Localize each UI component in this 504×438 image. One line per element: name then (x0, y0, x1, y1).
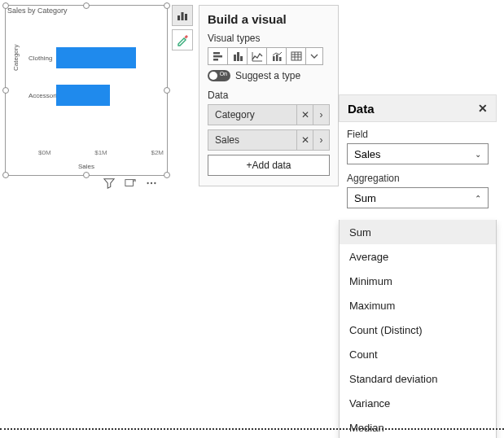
remove-field-icon[interactable]: ✕ (296, 105, 313, 125)
aggregation-option-sum[interactable]: Sum (340, 220, 496, 244)
aggregation-option-stddev[interactable]: Standard deviation (340, 366, 496, 391)
field-pill-label: Category (208, 109, 296, 120)
resize-handle-ml[interactable] (2, 87, 9, 94)
more-visual-types-button[interactable] (305, 47, 323, 65)
data-flyout-title: Data (348, 102, 375, 116)
bar (56, 85, 110, 106)
visual-toolbar (103, 177, 158, 190)
resize-handle-tm[interactable] (83, 2, 90, 9)
bar (56, 47, 136, 68)
svg-point-1 (147, 182, 148, 184)
x-tick: $1M (94, 149, 107, 159)
svg-rect-8 (213, 55, 222, 58)
data-flyout-panel: Data ✕ Field Sales ⌄ Aggregation Sum ⌄ S… (339, 94, 497, 438)
aggregation-option-count-distinct[interactable]: Count (Distinct) (340, 318, 496, 342)
svg-rect-0 (125, 180, 134, 186)
svg-rect-12 (240, 56, 243, 61)
build-visual-tab[interactable] (172, 5, 193, 26)
svg-rect-5 (182, 12, 184, 20)
data-section-label: Data (208, 90, 330, 101)
svg-rect-4 (177, 15, 180, 20)
resize-handle-mr[interactable] (164, 87, 170, 94)
field-select[interactable]: Sales ⌄ (347, 143, 489, 164)
data-flyout-header: Data ✕ (339, 94, 497, 122)
visual-pane-tabs (172, 5, 193, 54)
resize-handle-tl[interactable] (2, 2, 9, 9)
aggregation-select-value: Sum (354, 192, 376, 204)
suggest-type-label: Suggest a type (235, 70, 300, 81)
svg-rect-13 (273, 56, 275, 61)
field-select-value: Sales (354, 148, 381, 160)
stacked-bar-icon[interactable] (208, 47, 227, 65)
clustered-column-icon[interactable] (227, 47, 247, 65)
svg-point-3 (154, 182, 156, 184)
visual-type-picker (208, 47, 330, 65)
svg-rect-11 (237, 52, 239, 61)
svg-rect-6 (185, 14, 187, 20)
bar-label: Clothing (28, 55, 56, 62)
svg-rect-10 (234, 55, 236, 61)
x-axis-ticks: $0M $1M $2M (38, 149, 164, 159)
field-label: Field (347, 129, 489, 140)
aggregation-dropdown: Sum Average Minimum Maximum Count (Disti… (339, 220, 497, 438)
field-pill-sales[interactable]: Sales ✕ › (208, 129, 330, 151)
svg-rect-7 (213, 52, 220, 55)
aggregation-option-minimum[interactable]: Minimum (340, 269, 496, 293)
chart-visual[interactable]: Sales by Category Category Clothing Acce… (5, 5, 168, 176)
resize-handle-bl[interactable] (2, 172, 9, 178)
format-visual-tab[interactable] (172, 29, 193, 50)
aggregation-option-median[interactable]: Median (340, 415, 496, 438)
svg-rect-15 (279, 57, 282, 61)
table-icon[interactable] (286, 47, 305, 65)
aggregation-label: Aggregation (347, 173, 489, 184)
field-pill-category[interactable]: Category ✕ › (208, 104, 330, 125)
field-options-icon[interactable]: › (313, 105, 329, 125)
x-tick: $2M (151, 149, 164, 159)
panel-title: Build a visual (208, 12, 330, 26)
focus-mode-icon[interactable] (124, 177, 137, 190)
field-options-icon[interactable]: › (313, 130, 329, 150)
page-boundary (0, 428, 504, 430)
resize-handle-bm[interactable] (83, 172, 90, 178)
resize-handle-br[interactable] (164, 172, 170, 178)
close-icon[interactable]: ✕ (478, 102, 488, 115)
aggregation-option-variance[interactable]: Variance (340, 391, 496, 415)
aggregation-option-maximum[interactable]: Maximum (340, 293, 496, 318)
svg-rect-14 (276, 55, 278, 61)
bar-label: Accessories (28, 92, 56, 99)
visual-types-label: Visual types (208, 33, 330, 44)
build-visual-panel: Build a visual Visual types On Suggest a… (199, 5, 339, 186)
field-pill-label: Sales (208, 134, 296, 146)
more-options-icon[interactable] (145, 177, 158, 190)
suggest-type-toggle[interactable]: On (208, 70, 230, 81)
remove-field-icon[interactable]: ✕ (296, 130, 313, 150)
chevron-down-icon: ⌄ (475, 150, 481, 159)
aggregation-option-count[interactable]: Count (340, 342, 496, 366)
chevron-up-icon: ⌄ (475, 194, 481, 203)
x-axis-label: Sales (78, 163, 94, 170)
filter-icon[interactable] (103, 177, 116, 190)
resize-handle-tr[interactable] (164, 2, 170, 9)
add-data-button[interactable]: +Add data (208, 155, 330, 176)
y-axis-label: Category (12, 45, 20, 71)
x-tick: $0M (38, 149, 51, 159)
svg-rect-9 (213, 59, 218, 61)
combo-chart-icon[interactable] (266, 47, 286, 65)
aggregation-option-average[interactable]: Average (340, 244, 496, 269)
svg-rect-16 (291, 52, 301, 60)
line-chart-icon[interactable] (247, 47, 266, 65)
aggregation-select[interactable]: Sum ⌄ (347, 187, 489, 208)
svg-point-2 (151, 182, 152, 184)
